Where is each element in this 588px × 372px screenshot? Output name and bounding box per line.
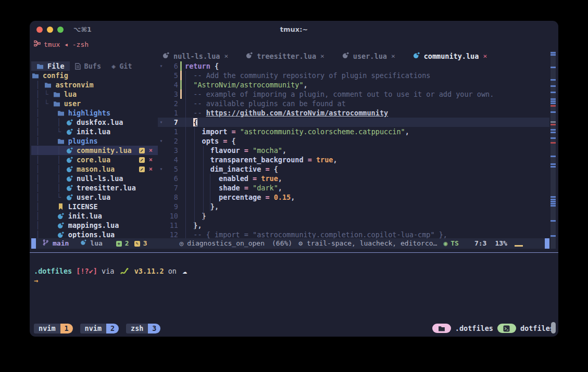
tree-item-label: treesitter.lua (77, 183, 136, 193)
tree-item-init-lua[interactable]: │ └ init.lua (31, 127, 158, 136)
tmux-window-2[interactable]: nvim2 (80, 324, 119, 333)
tree-item-label: highlights (68, 108, 110, 118)
lua-file-icon (162, 52, 169, 61)
prompt-segment: via (97, 266, 119, 276)
code-line[interactable]: 10 } (158, 211, 549, 221)
tab-close-icon[interactable]: × (483, 52, 487, 61)
editor-scrollbar[interactable] (551, 51, 556, 249)
scrollbar-mark (551, 142, 556, 144)
code-line[interactable]: 3 -- example of imporing a plugin, comme… (158, 89, 549, 99)
scrollbar-mark (551, 129, 556, 131)
code-line[interactable]: 1 import = "astrocommunity.colorscheme.c… (158, 127, 549, 136)
code-line[interactable]: 4 "AstroNvim/astrocommunity", (158, 80, 549, 89)
scrollbar-mark (551, 205, 556, 207)
code-text: shade = "dark", (182, 183, 282, 193)
filetype-lua-icon (80, 239, 86, 248)
code-line[interactable]: 1 -- https://github.com/AstroNvim/astroc… (158, 108, 549, 118)
scrollbar-mark (551, 54, 556, 56)
fold-chevron-icon[interactable]: ▾ (158, 164, 165, 174)
code-line[interactable]: ▾5 dim_inactive = { (158, 164, 549, 174)
line-number: 8 (165, 193, 178, 202)
neotree-tab-git[interactable]: ◈Git (106, 61, 137, 71)
code-line[interactable]: 7 shade = "dark", (158, 183, 549, 193)
tree-item-mason-lua[interactable]: │ │ mason.lua× (31, 164, 158, 174)
code-line[interactable]: 5 -- Add the community repository of plu… (158, 71, 549, 80)
unsaved-close-icon[interactable]: × (149, 155, 153, 164)
tree-item-community-lua[interactable]: │ │ community.lua× (31, 146, 158, 155)
editor-tab-treesitter-lua[interactable]: treesitter.lua× (246, 52, 324, 61)
line-number: 5 (165, 164, 178, 174)
lua-file-icon (246, 52, 253, 61)
code-line[interactable]: 4 transparent_background = true, (158, 155, 549, 164)
fold-chevron-icon[interactable]: ▾ (158, 118, 165, 127)
tree-item-null-ls-lua[interactable]: │ │ null-ls.lua (31, 174, 158, 183)
tree-item-label: mappings.lua (68, 221, 119, 230)
code-line[interactable]: 11 }, (158, 221, 549, 230)
editor-tab-user-lua[interactable]: user.lua× (342, 52, 395, 61)
lua-icon (65, 119, 73, 126)
git-branch-name[interactable]: main (53, 239, 69, 248)
tab-close-icon[interactable]: × (224, 52, 228, 61)
editor-tab-null-ls-lua[interactable]: null-ls.lua× (162, 52, 228, 61)
code-line[interactable]: 6 enabled = true, (158, 174, 549, 183)
tree-item-mappings-lua[interactable]: │ mappings.lua (31, 221, 158, 230)
tab-close-icon[interactable]: × (391, 52, 395, 61)
tree-item-badges: × (139, 155, 153, 164)
editor-tab-community-lua[interactable]: community.lua× (413, 52, 487, 61)
tmux-window-1[interactable]: nvim1 (34, 324, 73, 333)
neotree-tab-bufs[interactable]: Bufs (70, 61, 107, 71)
tree-item-plugins[interactable]: │ plugins (31, 136, 158, 146)
lua-icon (65, 129, 73, 135)
tree-item-user[interactable]: │ └ user (31, 99, 158, 108)
prompt-segment: v3.11.2 (130, 266, 164, 276)
line-number: 1 (165, 108, 178, 118)
terminal-scrollbar-thumb[interactable] (551, 322, 556, 333)
tree-item-LICENSE[interactable]: │ LICENSE (31, 202, 158, 211)
code-line[interactable]: ▾2 opts = { (158, 136, 549, 146)
tree-item-init-lua[interactable]: │ init.lua (31, 211, 158, 221)
tree-item-lua[interactable]: │ └ lua (31, 89, 158, 99)
modified-badge-icon (139, 166, 145, 172)
prompt-arrow-icon[interactable]: → (34, 276, 38, 285)
unsaved-close-icon[interactable]: × (149, 164, 153, 174)
scrollbar-mark (551, 196, 556, 198)
neotree-tab-label: Git (119, 61, 132, 71)
scrollbar-mark (551, 100, 556, 102)
code-line[interactable]: ▾7 { (158, 118, 549, 127)
code-text: return { (182, 61, 219, 71)
neotree-tab-file[interactable]: File (31, 61, 70, 71)
tab-close-icon[interactable]: × (320, 52, 324, 61)
unsaved-close-icon[interactable]: × (149, 146, 153, 155)
lua-icon (57, 232, 65, 238)
tmux-window-3[interactable]: zsh3 (126, 324, 160, 333)
tmux-pane-divider[interactable] (30, 252, 558, 253)
tree-item-config[interactable]: config (31, 71, 158, 80)
tree-item-user-lua[interactable]: │ └ user.lua (31, 193, 158, 202)
tree-guide: │ (31, 136, 57, 146)
code-line[interactable]: 8 percentage = 0.15, (158, 193, 549, 202)
tree-item-highlights[interactable]: │ highlights (31, 108, 158, 118)
code-line[interactable]: 9 }, (158, 202, 549, 211)
tree-item-badges: × (139, 164, 153, 174)
fold-chevron-icon[interactable]: ▾ (158, 136, 165, 146)
lsp-loading-icon: ◎ (179, 239, 183, 248)
tree-item-astronvim[interactable]: │ astronvim (31, 80, 158, 89)
scrollbar-mark (551, 85, 556, 87)
code-line[interactable]: 2 -- available plugins can be found at (158, 99, 549, 108)
scrollbar-mark (551, 111, 556, 113)
code-text: -- Add the community repository of plugi… (182, 71, 430, 80)
tmux-session-bar[interactable]: tmux ◂ -zsh (34, 40, 89, 50)
line-number: 1 (165, 127, 178, 136)
tree-item-treesitter-lua[interactable]: │ │ treesitter.lua (31, 183, 158, 193)
tab-label: null-ls.lua (173, 52, 220, 61)
code-editor[interactable]: ▾6return {5 -- Add the community reposit… (158, 61, 549, 239)
fold-chevron-icon[interactable]: ▾ (158, 61, 165, 71)
tree-item-label: duskfox.lua (77, 118, 123, 127)
scrollbar-mark (551, 92, 556, 93)
code-text: -- example of imporing a plugin, comment… (182, 89, 494, 99)
code-line[interactable]: 3 flavour = "mocha", (158, 146, 549, 155)
tree-item-duskfox-lua[interactable]: │ │ duskfox.lua (31, 118, 158, 127)
tree-item-label: config (43, 71, 68, 80)
tree-item-core-lua[interactable]: │ │ core.lua× (31, 155, 158, 164)
code-line[interactable]: ▾6return { (158, 61, 549, 71)
